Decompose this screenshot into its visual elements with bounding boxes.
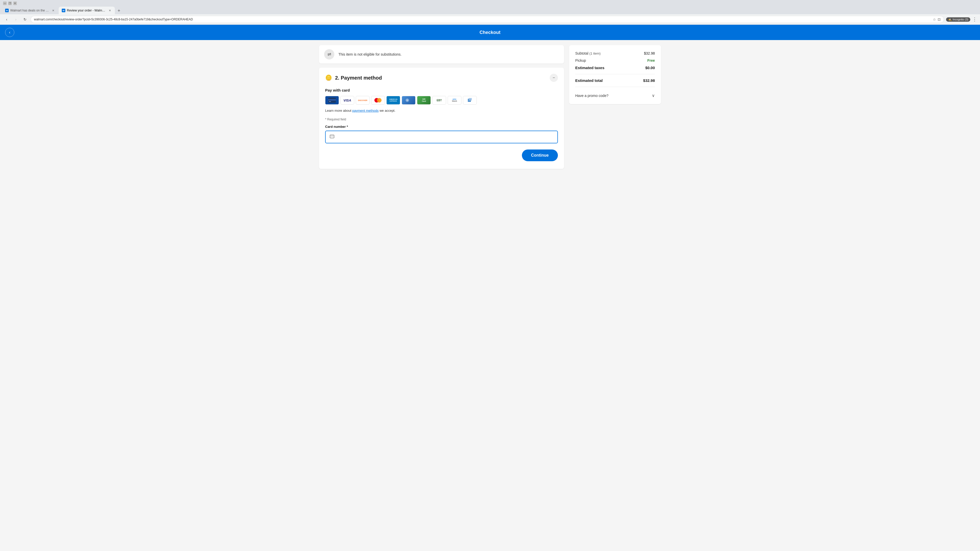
- incognito-icon: 🕵: [948, 18, 952, 21]
- taxes-row: Estimated taxes $0.00: [575, 65, 655, 70]
- side-column: Subtotal (1 item) $32.98 Pickup Free Est…: [569, 40, 661, 169]
- browser-chrome: — ❐ ✕ W Walmart has deals on the most...…: [0, 0, 980, 25]
- shuffle-icon: ⇌: [328, 52, 331, 57]
- payment-title-text: Payment method: [341, 75, 382, 81]
- svg-point-5: [407, 100, 408, 101]
- window-maximize-button[interactable]: ❐: [8, 2, 12, 5]
- ebt-text: EBT: [437, 99, 442, 102]
- giftcard-logo: GiftCard: [417, 96, 431, 105]
- minus-icon: −: [552, 76, 555, 80]
- browser-titlebar: — ❐ ✕: [0, 0, 980, 6]
- continue-row: Continue: [325, 149, 558, 161]
- svg-rect-7: [469, 98, 472, 100]
- split-view-button[interactable]: ⊡: [938, 17, 941, 21]
- substitution-text: This item is not eligible for substituti…: [339, 52, 401, 56]
- card-number-field[interactable]: [325, 130, 558, 143]
- payment-logos: VISA DISCOVER AMERICAN EXPRESS: [325, 96, 558, 105]
- mastercard-logo: [371, 96, 385, 105]
- window-minimize-button[interactable]: —: [3, 2, 6, 5]
- forward-nav-button[interactable]: ›: [12, 16, 19, 23]
- checkout-title: Checkout: [479, 30, 501, 35]
- otc-logo: OTC Network: [448, 96, 461, 105]
- tab1-title: Walmart has deals on the most...: [10, 9, 49, 12]
- refresh-button[interactable]: ↻: [21, 16, 29, 23]
- back-nav-button[interactable]: ‹: [3, 16, 10, 23]
- payment-collapse-button[interactable]: −: [550, 74, 558, 82]
- payment-header: 🪙 2. Payment method −: [325, 74, 558, 82]
- tab2-favicon: W: [62, 9, 65, 12]
- tab1-close-button[interactable]: ✕: [51, 8, 55, 13]
- svg-rect-10: [330, 136, 334, 137]
- wallet-icon: 🪙: [325, 75, 332, 81]
- subtotal-row: Subtotal (1 item) $32.98: [575, 51, 655, 56]
- discover-logo: DISCOVER: [356, 96, 369, 105]
- payment-section-title: 2. Payment method: [335, 75, 382, 81]
- tab2-close-button[interactable]: ✕: [108, 8, 112, 13]
- pickup-label: Pickup: [575, 59, 586, 62]
- tab1-favicon: W: [5, 9, 9, 12]
- pickup-row: Pickup Free: [575, 59, 655, 62]
- browser-menu-button[interactable]: ⋮: [972, 17, 977, 22]
- window-close-button[interactable]: ✕: [13, 2, 17, 5]
- required-field-note: * Required field: [325, 118, 558, 121]
- promo-chevron-icon: ∨: [652, 93, 655, 98]
- url-bar[interactable]: walmart.com/checkout/review-order?pcid=5…: [30, 16, 944, 23]
- taxes-value: $0.00: [645, 65, 655, 70]
- payment-title-row: 🪙 2. Payment method: [325, 75, 382, 81]
- browser-tab-1[interactable]: W Walmart has deals on the most... ✕: [2, 6, 58, 14]
- page-content: ⇌ This item is not eligible for substitu…: [311, 40, 669, 176]
- svg-rect-8: [468, 101, 471, 102]
- browser-tab-2[interactable]: W Review your order - Walmart.co... ✕: [59, 6, 115, 14]
- total-value: $32.98: [643, 78, 655, 83]
- generic-card2-logo: [402, 96, 415, 105]
- payment-section: 🪙 2. Payment method − Pay with card: [319, 68, 564, 169]
- tab2-title: Review your order - Walmart.co...: [67, 9, 106, 12]
- continue-button[interactable]: Continue: [522, 149, 558, 161]
- pickup-value: Free: [647, 59, 655, 62]
- tabs-bar: W Walmart has deals on the most... ✕ W R…: [0, 6, 980, 14]
- visa-text: VISA: [344, 98, 351, 102]
- svg-rect-1: [328, 99, 336, 100]
- back-arrow-icon: ‹: [9, 30, 10, 35]
- amex-logo: AMERICAN EXPRESS: [387, 96, 400, 105]
- checkout-header: ‹ Checkout: [0, 25, 980, 40]
- address-bar: ‹ › ↻ walmart.com/checkout/review-order?…: [0, 14, 980, 24]
- svg-rect-2: [329, 101, 331, 102]
- card-field-icon: [330, 135, 334, 139]
- total-label: Estimated total: [575, 78, 603, 83]
- url-text: walmart.com/checkout/review-order?pcid=5…: [34, 17, 931, 21]
- substitution-notice: ⇌ This item is not eligible for substitu…: [319, 45, 564, 64]
- subtotal-label: Subtotal (1 item): [575, 51, 600, 56]
- checkout-back-button[interactable]: ‹: [5, 28, 14, 37]
- incognito-badge[interactable]: 🕵 Incognito (3): [946, 17, 970, 22]
- total-row: Estimated total $32.98: [575, 78, 655, 83]
- taxes-label: Estimated taxes: [575, 65, 605, 70]
- payment-methods-anchor[interactable]: payment methods: [352, 109, 379, 113]
- subtotal-value: $32.98: [644, 51, 655, 56]
- ebt-logo: EBT: [432, 96, 446, 105]
- card-number-label: Card number *: [325, 125, 558, 129]
- summary-divider-2: [575, 87, 655, 87]
- promo-label: Have a promo code?: [575, 94, 608, 98]
- amex-text: AMERICAN EXPRESS: [387, 98, 400, 102]
- payment-number: 2.: [335, 75, 339, 81]
- order-summary: Subtotal (1 item) $32.98 Pickup Free Est…: [569, 45, 661, 104]
- url-icons: ☆ ⊡: [933, 17, 941, 21]
- more-payment-logo: [463, 96, 477, 105]
- main-column: ⇌ This item is not eligible for substitu…: [319, 40, 564, 169]
- visa-logo: VISA: [340, 96, 354, 105]
- pay-with-card-label: Pay with card: [325, 88, 558, 92]
- card-number-input[interactable]: [337, 135, 553, 139]
- promo-code-row[interactable]: Have a promo code? ∨: [575, 91, 655, 98]
- bookmark-button[interactable]: ☆: [933, 17, 936, 21]
- payment-methods-link-text: Learn more about payment methods we acce…: [325, 109, 558, 113]
- discover-text: DISCOVER: [358, 100, 368, 101]
- window-controls: — ❐ ✕: [3, 2, 17, 5]
- generic-card-logo: [325, 96, 339, 105]
- incognito-label: Incognito (3): [953, 18, 968, 21]
- new-tab-button[interactable]: +: [115, 7, 123, 14]
- substitution-icon: ⇌: [324, 49, 334, 59]
